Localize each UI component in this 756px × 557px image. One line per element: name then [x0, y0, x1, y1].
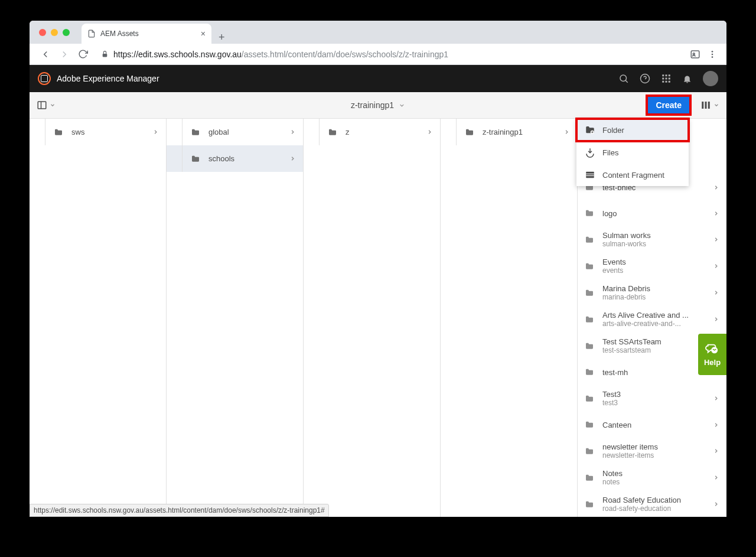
folder-row[interactable]: Eventsevents [578, 253, 726, 279]
browser-tab-strip: AEM Assets × + [30, 21, 726, 44]
chevron-right-icon [713, 184, 719, 191]
svg-rect-13 [662, 78, 664, 80]
create-option-folder[interactable]: Folder [576, 119, 689, 141]
folder-icon [465, 128, 474, 137]
chevron-right-icon [713, 448, 719, 454]
help-widget[interactable]: Help [698, 334, 726, 375]
forward-button[interactable] [59, 49, 70, 60]
minimize-window-button[interactable] [51, 29, 58, 36]
folder-title: Events [602, 258, 701, 266]
folder-title: test-mh [602, 368, 701, 377]
svg-rect-1 [691, 51, 699, 58]
option-icon [585, 125, 595, 135]
folder-row[interactable]: Arts Alive Creative and ...arts-alive-cr… [578, 306, 726, 333]
lock-icon [101, 50, 109, 58]
folder-name: road-safety-education [602, 504, 701, 513]
create-dropdown: FolderFilesContent Fragment [576, 119, 689, 186]
folder-row[interactable]: Test3test3 [578, 385, 726, 412]
contact-icon[interactable] [690, 49, 700, 60]
column-item-label: global [208, 128, 229, 136]
select-handle[interactable] [174, 119, 183, 145]
folder-row[interactable]: Notesnotes [578, 464, 726, 491]
folder-row[interactable]: logo [578, 200, 726, 226]
select-handle[interactable] [311, 119, 320, 145]
breadcrumb-current: z-trainingp1 [351, 100, 394, 110]
browser-window: AEM Assets × + https://edit.sws.schools.… [30, 21, 726, 517]
folder-name: newsletter-items [602, 451, 701, 460]
folder-row[interactable]: Road Safety Educationroad-safety-educati… [578, 491, 726, 517]
chevron-down-icon [399, 102, 405, 109]
browser-tab[interactable]: AEM Assets × [82, 24, 211, 44]
column-item[interactable]: z-trainingp1 [441, 119, 577, 145]
breadcrumb[interactable]: z-trainingp1 [351, 100, 405, 110]
view-switcher[interactable] [700, 100, 719, 110]
select-handle[interactable] [448, 119, 457, 145]
reload-button[interactable] [78, 49, 88, 59]
column-view: sws globalschools z z-trainingp1 test-bh… [30, 119, 726, 517]
address-bar[interactable]: https://edit.sws.schools.nsw.gov.au/asse… [94, 46, 685, 63]
svg-rect-10 [662, 74, 664, 76]
folder-title: Test SSArtsTeam [602, 337, 701, 346]
svg-point-6 [620, 75, 627, 82]
folder-name: sulman-works [602, 240, 701, 248]
aem-logo[interactable] [38, 72, 51, 85]
option-label: Content Fragment [602, 171, 664, 180]
svg-rect-0 [103, 54, 107, 57]
select-handle[interactable] [174, 145, 183, 172]
help-icon[interactable] [640, 73, 650, 84]
rail-toggle[interactable] [37, 100, 56, 110]
column-item[interactable]: z [304, 119, 440, 145]
action-bar: z-trainingp1 Create [30, 92, 726, 119]
back-button[interactable] [40, 49, 51, 60]
svg-rect-21 [702, 102, 703, 109]
chevron-right-icon [713, 236, 719, 243]
folder-icon [191, 128, 200, 137]
svg-rect-25 [586, 172, 594, 178]
svg-rect-18 [669, 81, 670, 83]
select-handle[interactable] [37, 119, 45, 145]
notifications-icon[interactable] [682, 74, 692, 84]
folder-row[interactable]: newsletter itemsnewsletter-items [578, 438, 726, 464]
url-host: https://edit.sws.schools.nsw.gov.au [113, 50, 242, 59]
chevron-right-icon [713, 289, 719, 296]
folder-row[interactable]: Marina Debrismarina-debris [578, 279, 726, 306]
svg-point-4 [712, 53, 713, 55]
chevron-right-icon [713, 316, 719, 323]
menu-icon[interactable] [708, 50, 717, 59]
column-item[interactable]: schools [167, 145, 303, 172]
folder-row[interactable]: Canteen [578, 412, 726, 438]
column-item-label: z [346, 128, 350, 136]
close-tab-icon[interactable]: × [201, 29, 206, 38]
create-button-highlight: Create [647, 96, 690, 114]
folder-title: Arts Alive Creative and ... [602, 311, 701, 320]
new-tab-button[interactable]: + [219, 31, 225, 44]
folder-icon [54, 128, 63, 137]
folder-title: Canteen [602, 421, 701, 429]
folder-title: newsletter items [602, 442, 701, 451]
option-icon [585, 170, 595, 180]
close-window-button[interactable] [39, 29, 46, 36]
column-item[interactable]: global [167, 119, 303, 145]
apps-icon[interactable] [661, 73, 672, 84]
folder-icon [585, 262, 594, 271]
svg-rect-23 [708, 102, 710, 109]
column-item[interactable]: sws [30, 119, 166, 145]
create-button[interactable]: Create [647, 96, 690, 114]
folder-row[interactable]: Sulman workssulman-works [578, 226, 726, 253]
chevron-right-icon [713, 422, 719, 428]
user-avatar[interactable] [703, 71, 718, 86]
aem-header: Adobe Experience Manager [30, 65, 726, 92]
create-option-content-fragment[interactable]: Content Fragment [576, 164, 689, 186]
folder-name: arts-alive-creative-and-... [602, 320, 701, 328]
svg-point-2 [693, 53, 695, 54]
folder-icon [328, 128, 337, 137]
svg-rect-19 [38, 102, 46, 109]
svg-point-3 [712, 51, 713, 53]
folder-title: Road Safety Education [602, 496, 701, 504]
chevron-right-icon [152, 129, 159, 135]
maximize-window-button[interactable] [63, 29, 70, 36]
status-bar: https://edit.sws.schools.nsw.gov.au/asse… [30, 504, 329, 517]
folder-icon [585, 288, 594, 298]
create-option-files[interactable]: Files [576, 141, 689, 164]
search-icon[interactable] [618, 73, 629, 84]
